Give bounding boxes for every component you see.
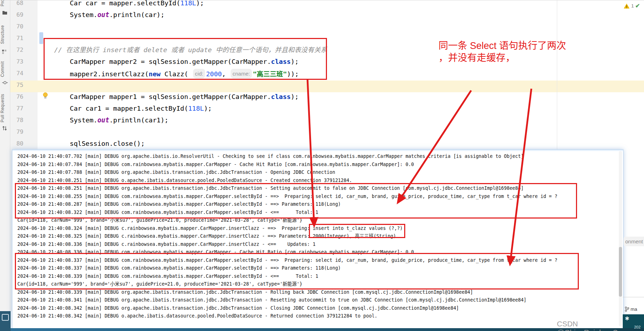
- console-line[interactable]: 2024-06-10 21:40:08.342 [main] DEBUG o.a…: [17, 313, 377, 319]
- bottom-bar: [0, 328, 644, 331]
- left-tool-stripe: ProStructureCommitPull Requests: [0, 0, 10, 331]
- tool-button-structure[interactable]: Structure: [0, 21, 10, 48]
- run-console-panel: 2024-06-10 21:40:07.702 [main] DEBUG org…: [12, 149, 623, 329]
- gutter-line-number[interactable]: 71: [10, 35, 23, 42]
- code-token: );: [291, 93, 299, 100]
- console-line[interactable]: 2024-06-10 21:40:08.342 [main] DEBUG org…: [17, 305, 459, 311]
- annotation-note: 同一条 Select 语句执行了两次 ，并没有走缓存，: [439, 40, 580, 64]
- taskbar-left-tile[interactable]: [0, 311, 11, 331]
- console-line[interactable]: 2024-06-10 21:40:07.788 [main] DEBUG org…: [17, 169, 335, 175]
- gutter-line-number[interactable]: 77: [10, 105, 23, 112]
- code-token: Car car = mapper.selectById(: [70, 0, 180, 7]
- code-token: 118L: [180, 0, 196, 7]
- code-token: );: [204, 105, 212, 112]
- console-line[interactable]: 2024-06-10 21:40:08.339 [main] DEBUG org…: [17, 289, 473, 295]
- console-scrollbar-track[interactable]: [619, 151, 622, 326]
- annotation-box-first-select: [15, 183, 577, 219]
- gutter-line-number[interactable]: 73: [10, 58, 23, 65]
- inspections-ok-icon: ✔: [635, 2, 640, 9]
- code-line-69[interactable]: System.out.println(car);: [70, 10, 164, 19]
- intention-bulb-icon[interactable]: [43, 92, 48, 101]
- code-line-68[interactable]: Car car = mapper.selectById(118L);: [70, 0, 204, 7]
- code-token: Car car1 = mapper1.selectById(: [70, 105, 188, 112]
- git-branch-icon: [625, 307, 629, 312]
- pull-requests-icon[interactable]: [2, 126, 8, 131]
- tool-button-pull-requests[interactable]: Pull Requests: [0, 92, 10, 125]
- code-token: class: [271, 93, 291, 100]
- window-icon: [2, 314, 9, 321]
- code-token: );: [196, 0, 204, 7]
- gutter-line-number[interactable]: 76: [10, 93, 23, 100]
- editor-top-border: [0, 0, 644, 0]
- annotation-box-insert-sql: [309, 224, 405, 238]
- code-token: 118L: [188, 105, 204, 112]
- code-token: out: [97, 11, 109, 18]
- console-line[interactable]: 2024-06-10 21:40:08.336 [main] DEBUG c.r…: [17, 241, 316, 247]
- gutter-line-number[interactable]: 68: [10, 0, 23, 6]
- console-line[interactable]: 2024-06-10 21:40:07.784 [main] DEBUG com…: [17, 161, 414, 167]
- annotation-box-second-select: [15, 253, 579, 289]
- caret-line-highlight: [9, 81, 644, 92]
- code-token: CarMapper mapper1 = sqlSession.getMapper…: [70, 93, 271, 100]
- vcs-change-marker[interactable]: [39, 32, 43, 44]
- folder-icon[interactable]: [2, 10, 8, 16]
- console-line[interactable]: 2024-06-10 21:40:08.251 [main] DEBUG o.a…: [17, 177, 352, 183]
- code-token: .println(car1);: [109, 116, 168, 124]
- gutter-line-number[interactable]: 72: [10, 46, 23, 53]
- console-top-edge: [12, 150, 623, 151]
- tool-button-commit[interactable]: Commit: [0, 59, 10, 79]
- warning-count: 1: [631, 3, 634, 9]
- gutter-line-number[interactable]: 70: [10, 23, 23, 30]
- annotation-box-code: [44, 38, 327, 80]
- annotation-note-line2: ，并没有走缓存，: [439, 52, 580, 64]
- inspections-widget[interactable]: 1 ✔: [623, 2, 640, 9]
- gutter-line-number[interactable]: 79: [10, 128, 23, 135]
- code-line-80[interactable]: sqlSession.close();: [70, 139, 145, 148]
- console-line[interactable]: 2024-06-10 21:40:07.702 [main] DEBUG org…: [17, 153, 524, 159]
- git-branch-widget[interactable]: ma: [625, 307, 637, 312]
- environment-tab-fragment[interactable]: onment: [623, 237, 644, 246]
- ide-window: ProStructureCommitPull Requests 68Car ca…: [0, 0, 644, 331]
- code-token: sqlSession.close();: [70, 140, 145, 147]
- code-token: out: [97, 116, 109, 124]
- csdn-watermark: CSDN @ChinaRainbowSea: [557, 320, 644, 331]
- structure-icon[interactable]: [2, 49, 8, 55]
- annotation-note-line1: 同一条 Select 语句执行了两次: [439, 40, 580, 52]
- gutter-line-number[interactable]: 69: [10, 11, 23, 18]
- code-token: .println(car);: [109, 11, 164, 18]
- gutter-line-number[interactable]: 78: [10, 117, 23, 123]
- code-token: System.: [70, 11, 97, 18]
- code-line-78[interactable]: System.out.println(car1);: [70, 116, 168, 125]
- commit-icon[interactable]: [2, 80, 8, 86]
- gutter-line-number[interactable]: 74: [10, 70, 23, 77]
- code-line-76[interactable]: CarMapper mapper1 = sqlSession.getMapper…: [70, 92, 299, 101]
- right-margin-guide: [557, 0, 557, 149]
- console-line[interactable]: 2024-06-10 21:40:08.341 [main] DEBUG org…: [17, 297, 526, 303]
- warning-triangle-icon: [623, 3, 630, 9]
- gutter-line-number[interactable]: 75: [10, 82, 23, 88]
- console-scrollbar-thumb[interactable]: [619, 247, 622, 297]
- git-branch-label: ma: [631, 307, 637, 312]
- status-bar-divider: [623, 297, 644, 297]
- code-line-77[interactable]: Car car1 = mapper1.selectById(118L);: [70, 104, 212, 113]
- code-token: System.: [70, 116, 97, 124]
- gutter-line-number[interactable]: 80: [10, 140, 23, 147]
